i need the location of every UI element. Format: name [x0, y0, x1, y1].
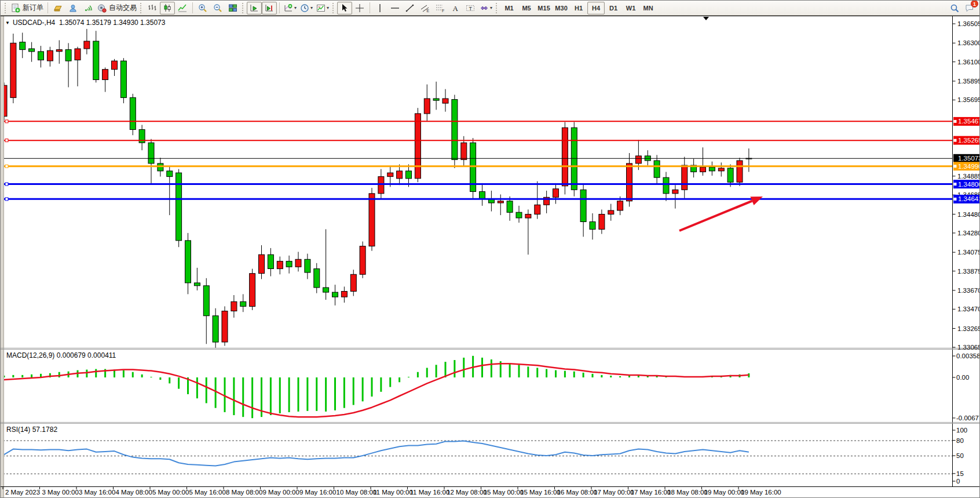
crosshair-button[interactable] — [352, 2, 367, 14]
candlestick-icon — [163, 3, 172, 13]
chevron-down-icon: ▾ — [294, 5, 297, 10]
tf-mn-button[interactable]: MN — [639, 2, 657, 14]
fibonacci-icon: F — [436, 3, 445, 13]
cursor-icon — [340, 3, 349, 13]
svg-text:4 May 08:00: 4 May 08:00 — [116, 489, 152, 496]
svg-text:1.33265: 1.33265 — [957, 325, 980, 332]
auto-scroll-icon — [250, 3, 259, 13]
svg-text:10 May 08:00: 10 May 08:00 — [337, 489, 377, 496]
tile-windows-button[interactable] — [225, 2, 240, 14]
text-icon: A — [451, 3, 460, 13]
chevron-down-icon: ▾ — [327, 5, 329, 10]
svg-text:2 May 2023: 2 May 2023 — [5, 489, 40, 496]
symbol-period-label: USDCAD-,H4 — [13, 19, 55, 27]
chart-shift-button[interactable] — [262, 2, 277, 14]
svg-text:11 May 16:00: 11 May 16:00 — [410, 489, 450, 496]
channel-icon: E — [420, 3, 430, 13]
svg-text:1.34800: 1.34800 — [958, 181, 980, 188]
svg-text:1.34990: 1.34990 — [958, 163, 980, 170]
svg-text:A: A — [453, 3, 459, 12]
svg-text:5 May 00:00: 5 May 00:00 — [152, 489, 189, 496]
svg-text:17 May 00:00: 17 May 00:00 — [594, 489, 634, 496]
svg-text:1.35895: 1.35895 — [957, 78, 980, 85]
svg-text:0: 0 — [956, 478, 960, 485]
zoom-in-button[interactable] — [195, 2, 210, 14]
equidistant-channel-button[interactable]: E — [418, 2, 433, 14]
svg-text:19 May 00:00: 19 May 00:00 — [704, 489, 745, 496]
chart-title-overlay: ▼USDCAD-,H4 1.35074 1.35179 1.34930 1.35… — [5, 19, 165, 27]
svg-text:80: 80 — [956, 437, 964, 444]
zoom-out-icon — [213, 3, 222, 13]
arrows-button[interactable]: ▾ — [478, 2, 494, 14]
toolbar-separator — [279, 2, 280, 13]
auto-scroll-button[interactable] — [247, 2, 262, 14]
periods-button[interactable]: ▾ — [298, 2, 315, 14]
tf-m1-button[interactable]: M1 — [500, 2, 518, 14]
horizontal-line-button[interactable] — [387, 2, 403, 14]
chat-button[interactable]: 1 — [962, 2, 977, 14]
svg-text:3 May 00:00: 3 May 00:00 — [42, 489, 79, 496]
line-chart-button[interactable] — [175, 2, 190, 14]
svg-text:E: E — [427, 9, 430, 13]
macd-values: 0.000679 0.000411 — [57, 351, 116, 359]
line-chart-icon — [178, 3, 187, 13]
chart-plot[interactable]: 1.365051.363001.361001.358951.356951.348… — [1, 1, 980, 498]
text-button[interactable]: A — [448, 2, 463, 14]
fibonacci-button[interactable]: F — [433, 2, 448, 14]
search-button[interactable] — [947, 2, 962, 14]
label-icon: T — [466, 3, 475, 13]
candlestick-chart-button[interactable] — [160, 2, 175, 14]
cursor-button[interactable] — [337, 2, 352, 14]
vertical-line-button[interactable] — [372, 2, 387, 14]
svg-text:1.36300: 1.36300 — [957, 39, 980, 46]
svg-text:1.34885: 1.34885 — [957, 173, 980, 180]
bar-chart-button[interactable] — [145, 2, 160, 14]
community-button[interactable] — [65, 2, 81, 14]
autotrading-button[interactable]: 自动交易 — [96, 2, 138, 14]
rsi-indicator-label: RSI(14) 57.1782 — [6, 426, 57, 434]
collapse-panel-icon[interactable]: ▼ — [5, 20, 10, 26]
svg-text:T: T — [469, 5, 473, 11]
text-label-button[interactable]: T — [463, 2, 478, 14]
svg-text:17 May 16:00: 17 May 16:00 — [631, 489, 671, 496]
zoom-out-button[interactable] — [210, 2, 225, 14]
tf-d1-button[interactable]: D1 — [605, 2, 622, 14]
trendline-button[interactable] — [403, 2, 418, 14]
tf-h1-button[interactable]: H1 — [570, 2, 587, 14]
svg-text:19 May 16:00: 19 May 16:00 — [741, 489, 781, 496]
svg-text:0.00: 0.00 — [956, 374, 969, 381]
zoom-in-icon — [198, 3, 207, 13]
notification-badge: 1 — [971, 0, 978, 8]
svg-text:15: 15 — [956, 470, 964, 477]
svg-text:5 May 16:00: 5 May 16:00 — [189, 489, 226, 496]
svg-text:9 May 16:00: 9 May 16:00 — [299, 489, 336, 496]
terminal-window: 1.365051.363001.361001.358951.356951.348… — [0, 0, 980, 498]
window-left-edge — [1, 16, 3, 498]
toolbar: 新订单自动交易▾▾▾EFAT▾M1M5M15M30H1H4D1W1MN1 — [1, 1, 980, 16]
shapes-icon — [480, 3, 489, 13]
svg-text:1.34075: 1.34075 — [957, 249, 980, 256]
svg-text:1.33470: 1.33470 — [957, 306, 980, 312]
depth-of-market-button[interactable] — [50, 2, 65, 14]
svg-text:1.35265: 1.35265 — [958, 137, 980, 144]
new-order-icon — [11, 3, 20, 13]
svg-text:9 May 00:00: 9 May 00:00 — [263, 489, 299, 496]
svg-text:1.36100: 1.36100 — [957, 59, 980, 66]
indicators-button[interactable]: ▾ — [282, 2, 298, 14]
tf-m5-button[interactable]: M5 — [518, 2, 535, 14]
svg-text:1.34641: 1.34641 — [958, 195, 980, 202]
svg-text:15 May 16:00: 15 May 16:00 — [520, 489, 561, 496]
templates-button[interactable]: ▾ — [315, 2, 331, 14]
rsi-name: RSI(14) — [6, 426, 30, 434]
tf-h4-button[interactable]: H4 — [587, 2, 605, 14]
search-icon — [950, 3, 959, 13]
signals-button[interactable] — [81, 2, 96, 14]
toolbar-separator — [242, 3, 245, 13]
tf-w1-button[interactable]: W1 — [622, 2, 639, 14]
svg-text:50: 50 — [956, 452, 964, 459]
macd-name: MACD(12,26,9) — [6, 351, 54, 359]
tf-m15-button[interactable]: M15 — [535, 2, 553, 14]
tf-m30-button[interactable]: M30 — [553, 2, 570, 14]
toolbar-separator — [5, 3, 8, 13]
new-order-button[interactable]: 新订单 — [9, 2, 45, 14]
